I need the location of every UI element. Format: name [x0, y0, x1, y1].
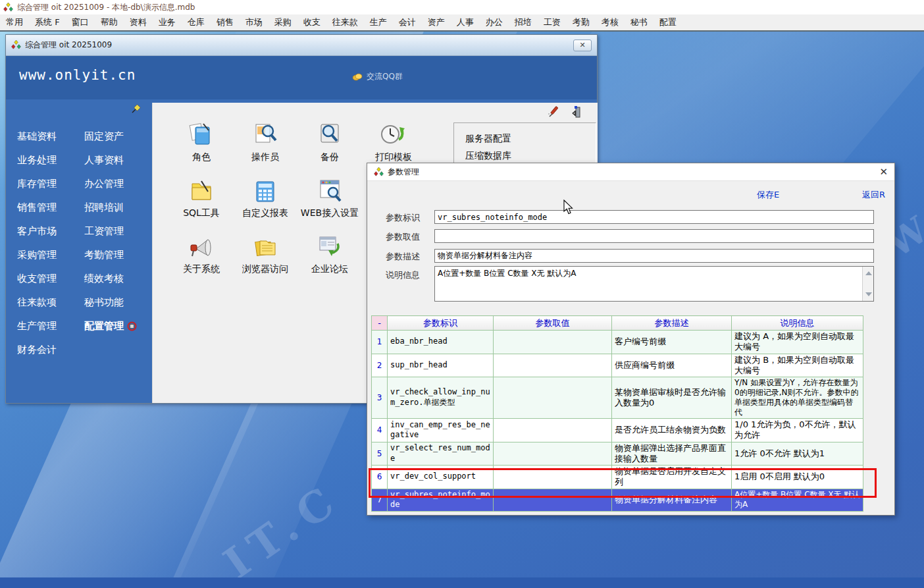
- cell-param-value: [494, 331, 612, 354]
- menu-item[interactable]: 收支: [297, 16, 326, 28]
- main-window-titlebar[interactable]: 综合管理 oit 20251009 ✕: [6, 35, 597, 56]
- param-info-textarea[interactable]: A位置+数量 B位置 C数量 X无 默认为A: [434, 266, 874, 302]
- cell-param-desc: 物资单据是否启用开发自定义列: [612, 466, 732, 489]
- shortcut-print-template[interactable]: 打印模板: [361, 121, 426, 163]
- param-desc-input[interactable]: [434, 249, 874, 263]
- shortcut-backup[interactable]: 备份: [297, 121, 363, 163]
- sidebar-item-attendance[interactable]: 考勤管理: [84, 243, 137, 267]
- menu-item[interactable]: 帮助: [95, 16, 124, 28]
- save-link[interactable]: 保存E: [757, 189, 779, 201]
- shortcut-browser-access[interactable]: 浏览器访问: [232, 233, 298, 275]
- scroll-down-icon[interactable]: [865, 292, 872, 296]
- menu-item[interactable]: 市场: [240, 16, 269, 28]
- table-row[interactable]: 1 eba_nbr_head 客户编号前缀 建议为 A，如果为空则自动取最大编号: [372, 331, 863, 354]
- menu-item[interactable]: 仓库: [182, 16, 211, 28]
- scroll-up-icon[interactable]: [865, 271, 872, 275]
- sidebar-item-label: 客户市场: [17, 219, 57, 243]
- sidebar-item-purchasing[interactable]: 采购管理: [17, 243, 57, 267]
- menu-item[interactable]: 系统 F: [29, 16, 66, 28]
- sidebar-item-recruit-training[interactable]: 招聘培训: [84, 196, 137, 219]
- shortcut-about-system[interactable]: 关于系统: [168, 233, 234, 275]
- sidebar-item-receivables[interactable]: 往来款项: [17, 290, 57, 314]
- menu-item[interactable]: 工资: [538, 16, 567, 28]
- about-system-icon: [187, 233, 216, 262]
- qq-group-label: 交流QQ群: [367, 71, 403, 82]
- cell-param-info: 1启用 0不启用 默认为0: [732, 466, 863, 489]
- shortcut-label: 角色: [192, 151, 211, 162]
- menu-item[interactable]: 人事: [451, 16, 480, 28]
- server-config-item[interactable]: 服务器配置: [465, 130, 596, 147]
- shortcut-label: 打印模板: [375, 151, 412, 162]
- sidebar-item-secretary[interactable]: 秘书功能: [84, 290, 137, 314]
- sidebar-item-sales[interactable]: 销售管理: [17, 196, 57, 219]
- sidebar-item-label: 工资管理: [84, 219, 124, 243]
- table-row[interactable]: 4 inv_can_emp_res_be_negative 是否允许员工结余物资…: [372, 419, 863, 442]
- shortcut-custom-report[interactable]: 自定义报表: [232, 177, 298, 219]
- textarea-scrollbar[interactable]: [862, 267, 873, 301]
- menu-item[interactable]: 资料: [124, 16, 153, 28]
- shortcut-enterprise-forum[interactable]: 企业论坛: [297, 233, 363, 275]
- menu-item[interactable]: 窗口: [66, 16, 95, 28]
- app-logo-icon: [3, 3, 13, 13]
- active-marker-icon: [127, 321, 137, 331]
- sidebar-item-customer-market[interactable]: 客户市场: [17, 219, 57, 243]
- pushpin-icon[interactable]: [130, 103, 141, 115]
- sidebar-item-finance[interactable]: 财务会计: [17, 338, 57, 361]
- menu-item[interactable]: 配置: [654, 16, 682, 28]
- table-row[interactable]: 6 vr_dev_col_support 物资单据是否启用开发自定义列 1启用 …: [372, 466, 863, 489]
- handshake-icon: [352, 72, 363, 82]
- exit-icon[interactable]: [569, 105, 582, 119]
- table-row-selected[interactable]: 7 vr_subres_noteinfo_mode 物资单据分解材料备注内容 A…: [372, 489, 863, 511]
- sidebar-item-payroll[interactable]: 工资管理: [84, 219, 137, 243]
- menu-item[interactable]: 资产: [422, 16, 451, 28]
- sidebar-item-fixed-assets[interactable]: 固定资产: [84, 124, 137, 148]
- table-row[interactable]: 2 sup_nbr_head 供应商编号前缀 建议为 B，如果为空则自动取最大编…: [372, 354, 863, 377]
- param-id-input[interactable]: [434, 210, 874, 224]
- sidebar-item-hr[interactable]: 人事资料: [84, 148, 137, 172]
- shortcut-operator[interactable]: 操作员: [232, 121, 298, 163]
- sidebar-item-income-expense[interactable]: 收支管理: [17, 267, 57, 290]
- dialog-titlebar[interactable]: 参数管理 ✕: [367, 163, 894, 181]
- menu-item[interactable]: 常用: [0, 16, 29, 28]
- menu-item[interactable]: 秘书: [625, 16, 654, 28]
- sidebar-item-production[interactable]: 生产管理: [17, 314, 57, 338]
- table-row[interactable]: 3 vr_check_allow_inp_num_zero.单据类型 某物资单据…: [372, 377, 863, 419]
- close-button[interactable]: ✕: [573, 40, 592, 51]
- cell-param-value: [494, 466, 612, 489]
- menu-item[interactable]: 招培: [509, 16, 538, 28]
- return-link[interactable]: 返回R: [862, 189, 885, 201]
- param-value-input[interactable]: [434, 229, 874, 243]
- menu-item[interactable]: 业务: [153, 16, 182, 28]
- row-index: 6: [372, 466, 388, 489]
- sidebar-item-office[interactable]: 办公管理: [84, 172, 137, 196]
- sidebar-item-label: 销售管理: [17, 196, 57, 219]
- qq-group-link[interactable]: 交流QQ群: [352, 71, 403, 82]
- sidebar-item-configuration[interactable]: 配置管理: [84, 314, 137, 338]
- dialog-close-icon[interactable]: ✕: [879, 166, 888, 178]
- customize-wand-icon[interactable]: [548, 105, 561, 119]
- sidebar-item-performance[interactable]: 绩效考核: [84, 267, 137, 290]
- wallpaper-bottom-band: [0, 577, 924, 588]
- param-value-label: 参数取值: [386, 231, 420, 243]
- sidebar-item-inventory[interactable]: 库存管理: [17, 172, 57, 196]
- sidebar-item-label: 收支管理: [17, 267, 57, 290]
- sidebar-item-business[interactable]: 业务处理: [17, 148, 57, 172]
- menu-item[interactable]: 考核: [596, 16, 625, 28]
- menu-item[interactable]: 销售: [211, 16, 240, 28]
- sidebar-item-label: 基础资料: [17, 124, 57, 148]
- window-logo-icon: [11, 40, 21, 50]
- shortcut-role[interactable]: 角色: [168, 121, 234, 163]
- menu-item[interactable]: 会计: [393, 16, 422, 28]
- menu-item[interactable]: 往来款: [326, 16, 364, 28]
- shortcut-web-access[interactable]: WEB接入设置: [297, 177, 363, 219]
- menu-item[interactable]: 生产: [364, 16, 393, 28]
- shortcut-sql-tool[interactable]: SQL工具: [168, 177, 234, 219]
- menu-item[interactable]: 办公: [480, 16, 509, 28]
- website-link[interactable]: www.onlyit.cn: [19, 67, 136, 83]
- sidebar-item-basic-data[interactable]: 基础资料: [17, 124, 57, 148]
- table-row[interactable]: 5 vr_select_res_num_mode 物资单据弹出选择产品界面直接输…: [372, 442, 863, 466]
- menu-item[interactable]: 采购: [269, 16, 297, 28]
- compact-database-item[interactable]: 压缩数据库: [465, 147, 596, 164]
- menu-item[interactable]: 考勤: [567, 16, 596, 28]
- parameter-dialog: 参数管理 ✕ 保存E 返回R 参数标识 参数取值 参数描述 说明信息 A位置+数…: [367, 163, 895, 516]
